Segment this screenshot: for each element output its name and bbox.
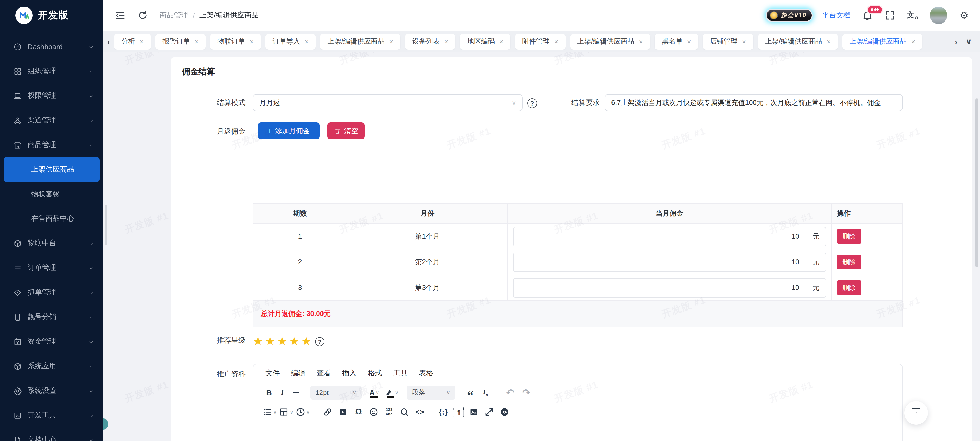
- highlight-color-icon[interactable]: ∨: [384, 386, 399, 399]
- breadcrumb-parent[interactable]: 商品管理: [159, 11, 188, 20]
- editor-menu-工具[interactable]: 工具: [388, 369, 413, 378]
- tab-上架/编辑供应商品[interactable]: 上架/编辑供应商品×: [320, 34, 401, 50]
- italic-icon[interactable]: I: [276, 386, 289, 399]
- editor-menu-查看[interactable]: 查看: [311, 369, 337, 378]
- star-icon[interactable]: ★: [265, 334, 275, 348]
- tab-close-icon[interactable]: ×: [827, 38, 830, 45]
- star-icon[interactable]: ★: [289, 334, 299, 348]
- code-sample-icon[interactable]: {;}: [437, 405, 450, 419]
- collapse-sidebar-icon[interactable]: [115, 10, 126, 21]
- platform-docs-link[interactable]: 平台文档: [822, 11, 851, 20]
- add-month-commission-button[interactable]: + 添加月佣金: [258, 122, 320, 139]
- editor-menu-表格[interactable]: 表格: [413, 369, 439, 378]
- sidebar-subitem-物联套餐[interactable]: 物联套餐: [3, 182, 100, 206]
- number-format-icon[interactable]: 123abc: [383, 405, 396, 419]
- logo[interactable]: 开发版: [0, 0, 103, 31]
- bullet-list-icon[interactable]: ∨: [262, 405, 277, 419]
- text-color-icon[interactable]: A∨: [368, 386, 381, 399]
- bold-icon[interactable]: B: [262, 386, 276, 399]
- fullscreen-icon[interactable]: [483, 405, 496, 419]
- rating-help-icon[interactable]: ?: [315, 337, 324, 346]
- tab-close-icon[interactable]: ×: [554, 38, 558, 45]
- sidebar-item-Dashboard[interactable]: Dashboard: [0, 34, 103, 59]
- sidebar-item-开发工具[interactable]: 开发工具: [0, 403, 103, 428]
- tabs-scroll-left-icon[interactable]: ‹: [103, 37, 114, 46]
- tab-分析[interactable]: 分析×: [114, 34, 151, 50]
- delete-button[interactable]: 删除: [837, 229, 861, 244]
- amount-input[interactable]: 10元: [513, 252, 826, 272]
- vip-badge[interactable]: 超会V10: [766, 9, 813, 22]
- search-icon[interactable]: [398, 405, 411, 419]
- sidebar-item-资金管理[interactable]: 资金管理: [0, 329, 103, 354]
- sidebar-item-文档中心[interactable]: 文档中心: [0, 428, 103, 441]
- sidebar-item-渠道管理[interactable]: 渠道管理: [0, 108, 103, 133]
- sidebar-item-商品管理[interactable]: 商品管理: [0, 133, 103, 157]
- editor-menu-插入[interactable]: 插入: [337, 369, 362, 378]
- table-icon[interactable]: ∨: [279, 405, 294, 419]
- tab-店铺管理[interactable]: 店铺管理×: [703, 34, 753, 50]
- clear-button[interactable]: 清空: [327, 122, 365, 139]
- settle-mode-select[interactable]: 月月返 ∨: [253, 94, 523, 111]
- amount-input[interactable]: 10元: [513, 278, 826, 297]
- blockquote-icon[interactable]: “: [464, 386, 477, 399]
- tab-黑名单[interactable]: 黑名单×: [655, 34, 698, 50]
- star-icon[interactable]: ★: [253, 334, 263, 348]
- star-icon[interactable]: ★: [277, 334, 288, 348]
- media-icon[interactable]: [337, 405, 350, 419]
- link-icon[interactable]: [321, 405, 334, 419]
- preview-icon[interactable]: [498, 405, 511, 419]
- editor-menu-编辑[interactable]: 编辑: [285, 369, 311, 378]
- tab-close-icon[interactable]: ×: [389, 38, 393, 45]
- tab-close-icon[interactable]: ×: [742, 38, 746, 45]
- amount-input[interactable]: 10元: [513, 227, 826, 246]
- block-format-select[interactable]: 段落∨: [407, 385, 455, 399]
- editor-content-area[interactable]: [253, 425, 902, 441]
- sidebar-subitem-在售商品中心[interactable]: 在售商品中心: [3, 206, 100, 231]
- code-icon[interactable]: <>: [413, 405, 426, 419]
- sidebar-item-靓号分销[interactable]: 靓号分销: [0, 305, 103, 329]
- datetime-icon[interactable]: ∨: [295, 405, 310, 419]
- sidebar-item-权限管理[interactable]: 权限管理: [0, 83, 103, 108]
- strikethrough-icon[interactable]: [289, 386, 302, 399]
- tab-close-icon[interactable]: ×: [500, 38, 503, 45]
- floating-widget-fragment[interactable]: [103, 419, 108, 430]
- sidebar-subitem-上架供应商品[interactable]: 上架供应商品: [3, 157, 100, 182]
- tab-附件管理[interactable]: 附件管理×: [515, 34, 565, 50]
- tab-close-icon[interactable]: ×: [305, 38, 309, 45]
- special-character-icon[interactable]: Ω: [352, 405, 365, 419]
- tabs-scroll-right-icon[interactable]: ›: [951, 37, 962, 46]
- visual-chars-icon[interactable]: ¶: [452, 405, 465, 419]
- delete-button[interactable]: 删除: [837, 280, 861, 295]
- avatar[interactable]: [930, 6, 947, 24]
- image-icon[interactable]: [468, 405, 481, 419]
- settle-req-input[interactable]: 6.7上架激活当月或次月快递或专属渠道充值100元，次月底之前正常在网、不停机。…: [605, 94, 903, 111]
- undo-icon[interactable]: ↶: [504, 386, 517, 399]
- sidebar-item-订单管理[interactable]: 订单管理: [0, 256, 103, 280]
- emoji-icon[interactable]: [367, 405, 380, 419]
- tab-订单导入[interactable]: 订单导入×: [266, 34, 316, 50]
- editor-menu-文件[interactable]: 文件: [260, 369, 285, 378]
- tab-close-icon[interactable]: ×: [195, 38, 199, 45]
- clear-formatting-icon[interactable]: Ix: [479, 386, 492, 399]
- tab-报警订单[interactable]: 报警订单×: [155, 34, 205, 50]
- tab-close-icon[interactable]: ×: [444, 38, 448, 45]
- tab-close-icon[interactable]: ×: [140, 38, 143, 45]
- tab-设备列表[interactable]: 设备列表×: [405, 34, 455, 50]
- translate-icon[interactable]: 文A: [907, 10, 919, 21]
- delete-button[interactable]: 删除: [837, 254, 861, 269]
- sidebar-item-系统应用[interactable]: 系统应用: [0, 354, 103, 379]
- gear-icon[interactable]: ⚙: [959, 10, 970, 21]
- sidebar-item-抓单管理[interactable]: 抓单管理: [0, 280, 103, 305]
- tabs-dropdown-icon[interactable]: ∨: [962, 37, 976, 46]
- tab-地区编码[interactable]: 地区编码×: [460, 34, 511, 50]
- notifications-button[interactable]: 99+: [862, 10, 873, 21]
- star-rating[interactable]: ★★★★★?: [253, 334, 324, 348]
- tab-物联订单[interactable]: 物联订单×: [210, 34, 261, 50]
- sidebar-item-组织管理[interactable]: 组织管理: [0, 59, 103, 83]
- star-icon[interactable]: ★: [301, 334, 312, 348]
- reload-icon[interactable]: [137, 10, 148, 21]
- editor-menu-格式[interactable]: 格式: [362, 369, 388, 378]
- tab-close-icon[interactable]: ×: [687, 38, 691, 45]
- tab-close-icon[interactable]: ×: [911, 38, 915, 45]
- settle-mode-help-icon[interactable]: ?: [527, 98, 537, 108]
